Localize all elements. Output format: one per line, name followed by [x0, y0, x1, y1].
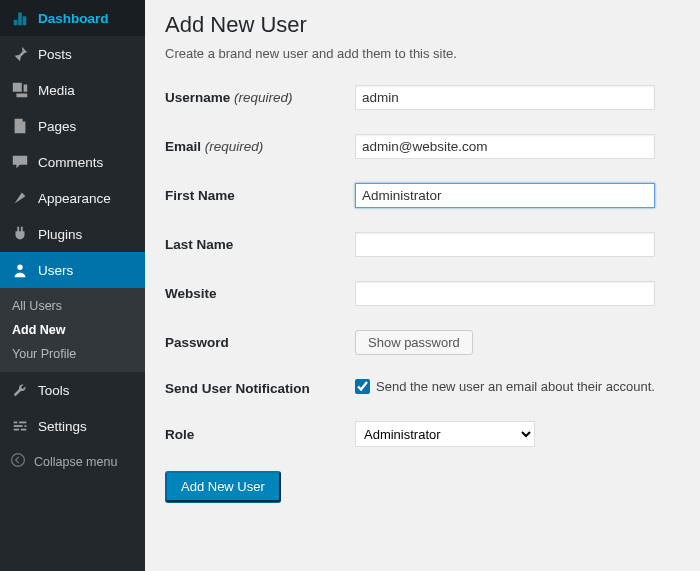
sidebar-item-pages[interactable]: Pages	[0, 108, 145, 144]
website-label: Website	[165, 286, 355, 301]
admin-sidebar: Dashboard Posts Media Pages Comments App…	[0, 0, 145, 571]
role-select[interactable]: Administrator	[355, 421, 535, 447]
collapse-icon	[10, 452, 26, 471]
sidebar-submenu-users: All Users Add New Your Profile	[0, 288, 145, 372]
collapse-menu[interactable]: Collapse menu	[0, 444, 145, 479]
svg-rect-2	[19, 422, 26, 424]
username-label: Username (required)	[165, 90, 355, 105]
sidebar-item-dashboard[interactable]: Dashboard	[0, 0, 145, 36]
svg-rect-3	[14, 425, 23, 427]
appearance-icon	[10, 188, 30, 208]
sidebar-item-label: Posts	[38, 47, 72, 62]
svg-rect-4	[25, 425, 27, 427]
email-input[interactable]	[355, 134, 655, 159]
pages-icon	[10, 116, 30, 136]
email-label: Email (required)	[165, 139, 355, 154]
sidebar-item-tools[interactable]: Tools	[0, 372, 145, 408]
first-name-label: First Name	[165, 188, 355, 203]
tools-icon	[10, 380, 30, 400]
comments-icon	[10, 152, 30, 172]
last-name-input[interactable]	[355, 232, 655, 257]
sidebar-item-plugins[interactable]: Plugins	[0, 216, 145, 252]
sidebar-item-label: Users	[38, 263, 73, 278]
sidebar-item-label: Pages	[38, 119, 76, 134]
svg-point-0	[17, 265, 22, 270]
sidebar-item-label: Media	[38, 83, 75, 98]
svg-point-7	[12, 454, 25, 467]
submenu-item-all-users[interactable]: All Users	[0, 294, 145, 318]
sidebar-item-settings[interactable]: Settings	[0, 408, 145, 444]
sidebar-item-label: Dashboard	[38, 11, 109, 26]
add-new-user-button[interactable]: Add New User	[165, 471, 281, 502]
svg-rect-5	[14, 429, 19, 431]
settings-icon	[10, 416, 30, 436]
show-password-button[interactable]: Show password	[355, 330, 473, 355]
username-input[interactable]	[355, 85, 655, 110]
sidebar-item-users[interactable]: Users	[0, 252, 145, 288]
notification-label: Send User Notification	[165, 381, 355, 396]
sidebar-item-comments[interactable]: Comments	[0, 144, 145, 180]
dashboard-icon	[10, 8, 30, 28]
sidebar-item-label: Plugins	[38, 227, 82, 242]
submenu-item-add-new[interactable]: Add New	[0, 318, 145, 342]
page-subtitle: Create a brand new user and add them to …	[165, 46, 680, 61]
plugins-icon	[10, 224, 30, 244]
main-content: Add New User Create a brand new user and…	[145, 0, 700, 571]
sidebar-item-label: Tools	[38, 383, 70, 398]
users-icon	[10, 260, 30, 280]
sidebar-item-media[interactable]: Media	[0, 72, 145, 108]
notification-checkbox[interactable]	[355, 379, 370, 394]
sidebar-item-appearance[interactable]: Appearance	[0, 180, 145, 216]
password-label: Password	[165, 335, 355, 350]
last-name-label: Last Name	[165, 237, 355, 252]
sidebar-item-posts[interactable]: Posts	[0, 36, 145, 72]
sidebar-item-label: Appearance	[38, 191, 111, 206]
sidebar-item-label: Comments	[38, 155, 103, 170]
page-title: Add New User	[165, 12, 680, 38]
first-name-input[interactable]	[355, 183, 655, 208]
svg-rect-6	[21, 429, 26, 431]
svg-rect-1	[14, 422, 18, 424]
submenu-item-your-profile[interactable]: Your Profile	[0, 342, 145, 366]
pin-icon	[10, 44, 30, 64]
media-icon	[10, 80, 30, 100]
sidebar-item-label: Settings	[38, 419, 87, 434]
website-input[interactable]	[355, 281, 655, 306]
collapse-label: Collapse menu	[34, 455, 117, 469]
role-label: Role	[165, 427, 355, 442]
notification-checkbox-label[interactable]: Send the new user an email about their a…	[355, 379, 655, 394]
